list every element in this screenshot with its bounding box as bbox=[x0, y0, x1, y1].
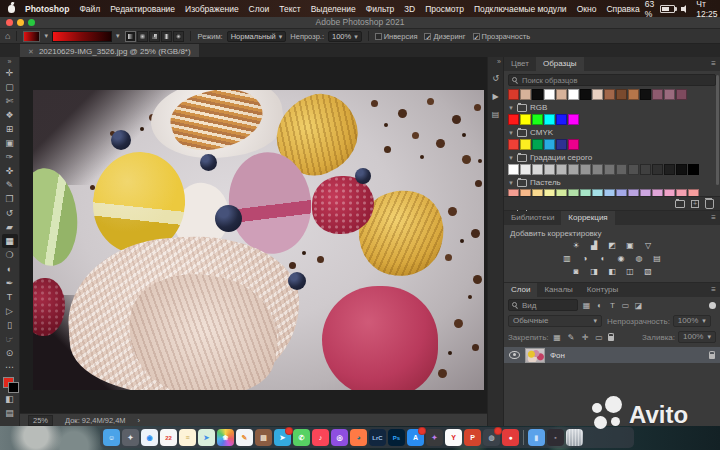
quick-selection-tool[interactable]: ❖ bbox=[2, 108, 18, 122]
edit-toolbar[interactable]: ⋯ bbox=[2, 360, 18, 374]
screen-mode-button[interactable]: ▤ bbox=[2, 406, 18, 420]
swatch-group-header-0[interactable]: ▼RGB bbox=[504, 101, 720, 113]
history-brush-tool[interactable]: ↺ bbox=[2, 206, 18, 220]
swatch-1-5[interactable] bbox=[568, 139, 579, 150]
layer-fill-field[interactable]: 100% ▾ bbox=[678, 331, 716, 343]
posterize-adjustment[interactable]: ◨ bbox=[588, 266, 601, 277]
swatches-tab-0[interactable]: Цвет bbox=[504, 57, 536, 71]
menu-item-11[interactable]: Окно bbox=[572, 4, 602, 14]
minimize-window-button[interactable] bbox=[17, 19, 24, 26]
dock-podcasts[interactable]: ◎ bbox=[331, 429, 348, 446]
hand-tool[interactable]: ☞ bbox=[2, 332, 18, 346]
layer-visibility-eye-icon[interactable] bbox=[509, 351, 520, 359]
status-arrow-icon[interactable]: › bbox=[138, 416, 141, 425]
vibrance-adjustment[interactable]: ▽ bbox=[642, 240, 655, 251]
angle-gradient-button[interactable] bbox=[149, 31, 160, 42]
dock-telegram[interactable]: ➤ bbox=[274, 429, 291, 446]
swatch-search[interactable] bbox=[508, 74, 716, 86]
delete-swatch-button[interactable] bbox=[705, 199, 714, 209]
scrollbar[interactable] bbox=[716, 75, 719, 185]
swatch-recent-0[interactable] bbox=[508, 89, 519, 100]
dock-pages[interactable]: ✎ bbox=[236, 429, 253, 446]
filter-adjustment-layers-icon[interactable]: ◐ bbox=[594, 300, 605, 310]
menu-item-5[interactable]: Текст bbox=[274, 4, 305, 14]
layer-filter-dropdown[interactable]: Вид bbox=[508, 299, 578, 311]
invert-checkbox[interactable]: Инверсия bbox=[375, 32, 418, 41]
eraser-tool[interactable]: ▰ bbox=[2, 220, 18, 234]
menu-item-10[interactable]: Подключаемые модули bbox=[469, 4, 572, 14]
dither-checkbox-box[interactable]: ✓ bbox=[424, 33, 431, 40]
gradient-tool[interactable]: ▦ bbox=[2, 234, 18, 248]
invert-adjustment[interactable]: ◙ bbox=[570, 266, 583, 277]
swatch-0-3[interactable] bbox=[544, 114, 555, 125]
dock-yandex[interactable]: Y bbox=[445, 429, 462, 446]
home-icon[interactable]: ⌂ bbox=[5, 31, 10, 41]
dock-trash[interactable] bbox=[566, 429, 583, 446]
layer-opacity-field[interactable]: 100% ▾ bbox=[673, 315, 711, 327]
panel-menu-icon[interactable]: ≡ bbox=[711, 57, 716, 71]
dock-photos[interactable]: ❀ bbox=[217, 429, 234, 446]
dock-folder-downloads[interactable]: ▮ bbox=[528, 429, 545, 446]
swatch-0-1[interactable] bbox=[520, 114, 531, 125]
dock-finder[interactable]: ☺ bbox=[103, 429, 120, 446]
layers-tab-1[interactable]: Каналы bbox=[537, 283, 579, 297]
menu-item-12[interactable]: Справка bbox=[601, 4, 644, 14]
close-window-button[interactable] bbox=[6, 19, 13, 26]
dock-whatsapp[interactable]: ✆ bbox=[293, 429, 310, 446]
shape-tool[interactable]: ▯ bbox=[2, 318, 18, 332]
path-selection-tool[interactable]: ▷ bbox=[2, 304, 18, 318]
pen-tool[interactable]: ✒ bbox=[2, 276, 18, 290]
black-white-adjustment[interactable]: ◐ bbox=[597, 253, 610, 264]
exposure-adjustment[interactable]: ▣ bbox=[624, 240, 637, 251]
hue-saturation-adjustment[interactable]: ▥ bbox=[561, 253, 574, 264]
zoom-window-button[interactable] bbox=[28, 19, 35, 26]
frame-tool[interactable]: ▣ bbox=[2, 136, 18, 150]
levels-adjustment[interactable]: ▟ bbox=[588, 240, 601, 251]
swatch-recent-8[interactable] bbox=[604, 89, 615, 100]
eyedropper-tool[interactable]: ✑ bbox=[2, 150, 18, 164]
dither-checkbox[interactable]: ✓Дизеринг bbox=[424, 32, 465, 41]
filter-shape-layers-icon[interactable]: ▭ bbox=[620, 300, 631, 310]
menu-item-3[interactable]: Изображение bbox=[180, 4, 244, 14]
dock-dictionary[interactable]: ▤ bbox=[255, 429, 272, 446]
swatch-2-0[interactable] bbox=[508, 164, 519, 175]
collapse-toolbar-icon[interactable]: » bbox=[8, 58, 12, 66]
swatch-2-6[interactable] bbox=[580, 164, 591, 175]
swatch-recent-7[interactable] bbox=[592, 89, 603, 100]
chevron-down-icon[interactable]: ▾ bbox=[116, 32, 120, 40]
menu-item-4[interactable]: Слои bbox=[244, 4, 275, 14]
transparency-checkbox[interactable]: ✓Прозрачность bbox=[473, 32, 531, 41]
menu-item-9[interactable]: Просмотр bbox=[420, 4, 469, 14]
dock-app-red[interactable]: ● bbox=[502, 429, 519, 446]
dock-launchpad[interactable]: ✦ bbox=[122, 429, 139, 446]
lasso-tool[interactable]: ✄ bbox=[2, 94, 18, 108]
panel-menu-icon[interactable]: ≡ bbox=[711, 211, 716, 225]
swatch-1-4[interactable] bbox=[556, 139, 567, 150]
actions-panel-icon[interactable]: ▶ bbox=[489, 89, 502, 103]
apple-logo-icon[interactable] bbox=[8, 5, 15, 13]
swatch-recent-11[interactable] bbox=[640, 89, 651, 100]
opacity-dropdown[interactable]: 100% ▾ bbox=[328, 31, 362, 42]
swatch-2-12[interactable] bbox=[652, 164, 663, 175]
swatch-0-4[interactable] bbox=[556, 114, 567, 125]
swatch-2-5[interactable] bbox=[568, 164, 579, 175]
swatch-recent-10[interactable] bbox=[628, 89, 639, 100]
swatch-0-2[interactable] bbox=[532, 114, 543, 125]
swatch-recent-13[interactable] bbox=[664, 89, 675, 100]
dock-photoshop[interactable]: Ps bbox=[388, 429, 405, 446]
swatch-2-15[interactable] bbox=[688, 164, 699, 175]
adjustments-tab-1[interactable]: Коррекция bbox=[561, 211, 614, 225]
menu-item-0[interactable]: Photoshop bbox=[20, 4, 74, 14]
document-image[interactable] bbox=[33, 90, 484, 390]
close-icon[interactable]: ✕ bbox=[28, 48, 34, 56]
properties-panel-icon[interactable]: ▤ bbox=[489, 107, 502, 121]
swatch-recent-12[interactable] bbox=[652, 89, 663, 100]
dock-maps[interactable]: ➤ bbox=[198, 429, 215, 446]
background-color-swatch[interactable] bbox=[8, 382, 19, 393]
tool-preset-thumbnail[interactable] bbox=[23, 31, 40, 42]
canvas-area[interactable] bbox=[20, 57, 489, 414]
chevron-down-icon[interactable]: ▾ bbox=[44, 32, 48, 40]
lock-image-pixels-icon[interactable]: ✎ bbox=[566, 332, 577, 342]
diamond-gradient-button[interactable] bbox=[173, 31, 184, 42]
layer-name[interactable]: Фон bbox=[550, 351, 565, 360]
